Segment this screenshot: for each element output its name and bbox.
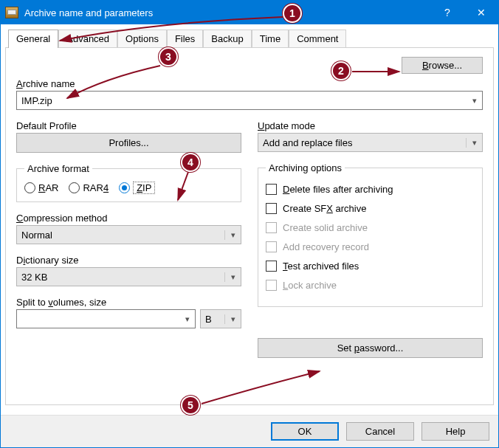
dialog-window: Archive name and parameters ? ✕ General … [0, 0, 499, 448]
browse-button[interactable]: Browse... [402, 57, 483, 74]
opt-test[interactable]: Test archived files [266, 256, 475, 275]
close-button[interactable]: ✕ [464, 1, 498, 24]
annotation-1: 1 [283, 4, 302, 23]
tab-backup[interactable]: Backup [203, 30, 251, 48]
tab-options[interactable]: Options [117, 30, 167, 48]
archive-format-legend: Archive format [24, 163, 92, 174]
chevron-down-icon: ▾ [466, 96, 482, 106]
archiving-options-legend: Archiving options [266, 162, 345, 173]
profiles-button[interactable]: Profiles... [16, 133, 241, 153]
app-icon [5, 7, 18, 18]
default-profile-label: Default Profile [16, 120, 241, 131]
annotation-4: 4 [181, 153, 200, 172]
chevron-down-icon: ▾ [224, 230, 241, 240]
ok-button[interactable]: OK [271, 422, 339, 441]
archive-name-label: Archive name [16, 78, 483, 89]
update-mode-label: Update mode [258, 120, 483, 131]
archive-format-group: Archive format RAR RAR4 ZIP [16, 163, 241, 202]
set-password-button[interactable]: Set password... [258, 338, 483, 358]
opt-sfx[interactable]: Create SFX archive [266, 199, 475, 218]
tab-panel-general: Browse... Archive name IMP.zip ▾ Default… [5, 47, 494, 405]
chevron-down-icon: ▾ [224, 272, 241, 282]
annotation-2: 2 [331, 61, 351, 80]
archive-name-field[interactable]: IMP.zip ▾ [16, 91, 483, 110]
radio-zip[interactable]: ZIP [119, 182, 155, 194]
tab-general[interactable]: General [8, 30, 58, 48]
radio-rar[interactable]: RAR [24, 182, 58, 194]
annotation-3: 3 [159, 47, 178, 66]
help-button[interactable]: ? [430, 1, 464, 24]
dictionary-label: Dictionary size [16, 255, 241, 266]
opt-delete-after[interactable]: Delete files after archiving [266, 179, 475, 199]
radio-rar4[interactable]: RAR4 [69, 182, 109, 194]
tab-strip: General Advanced Options Files Backup Ti… [8, 29, 494, 47]
titlebar[interactable]: Archive name and parameters ? ✕ [1, 1, 498, 24]
cancel-button[interactable]: Cancel [346, 422, 414, 441]
archive-name-value: IMP.zip [17, 95, 466, 106]
opt-solid: Create solid archive [266, 218, 475, 237]
tab-comment[interactable]: Comment [289, 30, 346, 48]
chevron-down-icon: ▾ [179, 314, 195, 324]
split-size-combo[interactable]: ▾ [16, 309, 196, 328]
tab-advanced[interactable]: Advanced [58, 30, 117, 48]
compression-combo[interactable]: Normal ▾ [16, 225, 241, 244]
help-button-footer[interactable]: Help [421, 422, 489, 441]
archiving-options-group: Archiving options Delete files after arc… [258, 162, 483, 307]
split-label: Split to volumes, size [16, 297, 241, 308]
opt-recovery: Add recovery record [266, 237, 475, 256]
dialog-footer: OK Cancel Help [1, 415, 498, 447]
chevron-down-icon: ▾ [466, 138, 482, 148]
update-mode-combo[interactable]: Add and replace files ▾ [258, 133, 483, 152]
opt-lock: Lock archive [266, 275, 475, 294]
window-title: Archive name and parameters [24, 7, 430, 18]
annotation-5: 5 [181, 396, 200, 415]
tab-files[interactable]: Files [167, 30, 203, 48]
tab-time[interactable]: Time [252, 30, 289, 48]
dictionary-combo[interactable]: 32 KB ▾ [16, 267, 241, 286]
split-unit-combo[interactable]: B ▾ [200, 309, 241, 328]
compression-label: Compression method [16, 213, 241, 224]
chevron-down-icon: ▾ [224, 314, 241, 324]
